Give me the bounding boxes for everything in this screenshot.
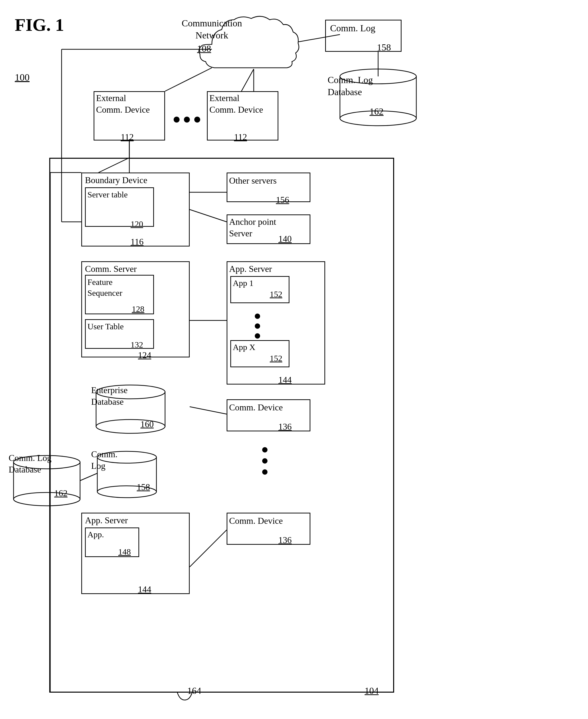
svg-line-16: [241, 69, 254, 91]
user-table-ref: 132: [130, 340, 143, 350]
comm-log-ref: 158: [377, 42, 391, 53]
anchor-point-server-label: Anchor pointServer: [229, 216, 276, 239]
enterprise-db-ref: 160: [141, 419, 154, 429]
app1-ref: 152: [270, 290, 282, 299]
comm-log-inside-label: Comm.Log: [91, 449, 118, 472]
server-table-ref: 120: [130, 219, 143, 229]
app-box-bottom-ref: 148: [118, 547, 131, 557]
comm-server-label: Comm. Server: [85, 264, 137, 274]
cylinder-top-right-ref: 162: [370, 106, 383, 117]
dots-horizontal: ●●●: [172, 111, 203, 127]
ext-comm-device-1-label: ExternalComm. Device: [96, 93, 150, 116]
boundary-device-ref: 116: [130, 237, 144, 247]
app-server-top-label: App. Server: [229, 264, 272, 274]
boundary-device-label: Boundary Device: [85, 175, 147, 185]
feature-sequencer-ref: 128: [132, 304, 144, 314]
other-servers-label: Other servers: [229, 175, 277, 187]
label-164: 164: [187, 685, 201, 696]
app-server-bottom-label: App. Server: [85, 515, 128, 526]
comm-device-label-2: Comm. Device: [229, 515, 283, 527]
comm-log-db-left-label: Comm. LogDatabase: [8, 452, 51, 475]
ext-comm-device-2-label: ExternalComm. Device: [209, 93, 263, 116]
enterprise-db-label: EnterpriseDatabase: [91, 385, 128, 408]
app-server-top-ref: 144: [278, 375, 292, 385]
app-server-bottom-ref: 144: [138, 584, 151, 595]
dots-vert-app: ●●●: [254, 311, 260, 340]
comm-device-ref-1: 136: [278, 422, 292, 432]
feature-sequencer-label: FeatureSequencer: [87, 277, 122, 299]
dots-vert-center: ●●●: [261, 444, 269, 477]
other-servers-ref: 156: [276, 195, 289, 205]
comm-device-label-1: Comm. Device: [229, 402, 283, 413]
comm-log-db-left-ref: 162: [54, 488, 67, 498]
user-table-label: User Table: [87, 321, 124, 332]
ref-100: 100: [15, 71, 29, 83]
comm-log-inside-ref: 158: [137, 482, 150, 492]
comm-network-ref: 108: [197, 43, 211, 54]
app1-label: App 1: [233, 279, 253, 288]
appx-label: App X: [233, 343, 255, 352]
appx-ref: 152: [270, 354, 282, 363]
server-table-label: Server table: [87, 189, 128, 200]
label-104: 104: [364, 685, 379, 696]
svg-line-15: [165, 68, 212, 91]
fig-label: FIG. 1: [15, 15, 64, 35]
ext-comm-device-1-ref: 112: [121, 132, 134, 142]
comm-network-label: CommunicationNetwork: [170, 17, 254, 42]
comm-device-ref-2: 136: [278, 535, 292, 545]
app-box-bottom-label: App.: [87, 530, 104, 539]
cylinder-top-right-label: Comm. LogDatabase: [328, 74, 373, 98]
ext-comm-device-2-ref: 112: [234, 132, 247, 142]
diagram: FIG. 1 100: [0, 0, 588, 719]
comm-log-label: Comm. Log: [330, 22, 375, 34]
anchor-point-server-ref: 140: [278, 234, 292, 244]
comm-server-ref: 124: [138, 350, 151, 361]
